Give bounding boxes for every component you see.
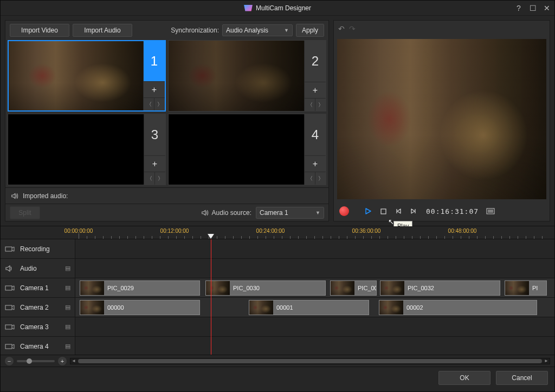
time-ruler[interactable]: 00:00:00:0000:12:00:0000:24:00:0000:36:0… [1,226,554,239]
ruler-label: 00:48:00:00 [448,228,477,234]
clip-label: PIC_0029 [104,285,137,291]
camera-number-1[interactable]: 1 [143,41,165,81]
ok-button[interactable]: OK [438,371,491,385]
close-button[interactable]: ✕ [543,4,551,12]
maximize-button[interactable]: ☐ [528,4,537,12]
split-button[interactable]: Split [10,206,40,219]
clip[interactable]: PIC_0032 [380,280,500,296]
undo-button[interactable]: ↶ [338,24,345,33]
track-label-recording: Recording [20,245,70,253]
camera-1-add-button[interactable]: + [143,81,165,97]
speaker-icon [201,209,209,217]
camera-3-next-button[interactable]: 〉 [155,172,165,185]
synchronization-dropdown[interactable]: Audio Analysis ▼ [222,24,293,36]
clip-label: PIC_0032 [404,285,437,291]
zoom-slider[interactable] [17,360,55,362]
track-lane-audio[interactable] [75,259,554,278]
next-frame-button[interactable] [409,208,418,214]
camera-1-prev-button[interactable]: 〈 [144,98,154,110]
ruler-label: 00:24:00:00 [256,228,285,234]
redo-button[interactable]: ↷ [349,24,356,33]
clip[interactable]: 00000 [80,300,200,315]
app-icon [244,5,253,11]
prev-frame-button[interactable] [393,208,403,214]
timecode-display: 00:16:31:07 [426,207,479,215]
camera-2-prev-button[interactable]: 〈 [305,99,315,111]
clip[interactable]: 00002 [379,300,537,315]
camera-cell-1[interactable]: 1 + 〈 〉 [8,40,166,112]
audio-source-dropdown[interactable]: Camera 1 ▼ [256,207,324,219]
clip-label: PIC_0030 [230,285,263,291]
camera-4-next-button[interactable]: 〉 [315,172,326,185]
camera-3-add-button[interactable]: + [144,155,165,172]
cancel-button[interactable]: Cancel [496,371,548,385]
track-options-camera-4[interactable]: ▤ [65,343,70,350]
clip[interactable]: PIC_00 [330,280,377,296]
caret-down-icon: ▼ [284,28,289,33]
zoom-in-button[interactable]: + [58,357,67,365]
scroll-left-button[interactable]: ◄ [70,358,77,364]
title-bar: MultiCam Designer ? ☐ ✕ [1,1,554,16]
preview-panel: ↶ ↷ ↖ Play 00:16:31:07 [333,20,550,221]
camera-number-4[interactable]: 4 [304,114,326,155]
svg-rect-5 [5,247,12,251]
play-button[interactable]: ↖ Play [363,208,373,214]
record-button[interactable] [339,206,349,216]
clip-thumbnail [331,281,354,295]
camera-cell-2[interactable]: 2 + 〈 〉 [168,40,326,112]
clip-label: 00002 [403,304,427,311]
playhead-marker[interactable] [208,234,214,239]
stop-button[interactable] [378,208,388,214]
track-options-camera-1[interactable]: ▤ [65,284,70,291]
clip-label: PIC_00 [354,285,377,291]
camera-4-prev-button[interactable]: 〈 [305,172,315,185]
svg-rect-8 [5,325,12,329]
svg-rect-6 [5,286,12,290]
track-lane-camera-1[interactable]: PIC_0029PIC_0030PIC_00PIC_0032PI [75,278,554,297]
track-options-audio[interactable]: ▤ [65,265,70,272]
track-lane-recording[interactable] [75,239,554,258]
clip-thumbnail [379,300,403,315]
zoom-out-button[interactable]: − [5,357,14,365]
camera-2-next-button[interactable]: 〉 [315,99,326,111]
synchronization-label: Synchronization: [171,27,219,34]
camera-3-prev-button[interactable]: 〈 [144,172,155,185]
track-lane-camera-2[interactable]: 000000000100002 [75,298,554,317]
timeline-scrollbar[interactable]: ◄ ► [70,358,550,364]
camera-number-3[interactable]: 3 [144,114,165,155]
preview-monitor [337,39,546,199]
clip-label: PI [529,285,541,291]
clip-thumbnail [380,281,404,295]
timeline-panel: 00:00:00:0000:12:00:0000:24:00:0000:36:0… [1,226,554,367]
apply-button[interactable]: Apply [296,24,324,37]
help-button[interactable]: ? [514,4,523,12]
scrollbar-thumb[interactable] [78,359,542,363]
camera-2-add-button[interactable]: + [304,82,326,98]
import-audio-button[interactable]: Import Audio [73,24,132,37]
track-label-camera-2: Camera 2 [20,304,61,311]
track-label-camera-3: Camera 3 [20,323,61,331]
track-lane-camera-3[interactable] [75,317,554,336]
track-options-camera-3[interactable]: ▤ [65,323,70,330]
clip[interactable]: PIC_0029 [80,280,200,296]
camera-1-next-button[interactable]: 〉 [154,98,165,110]
source-panel: Import Video Import Audio Synchronizatio… [5,20,329,221]
clip[interactable]: 00001 [249,300,369,315]
camera-4-add-button[interactable]: + [304,155,326,172]
camera-cell-4[interactable]: 4 + 〈 〉 [168,114,326,185]
scroll-right-button[interactable]: ► [543,358,550,364]
caret-down-icon: ▼ [315,210,320,215]
import-video-button[interactable]: Import Video [10,24,69,37]
svg-rect-0 [381,209,386,214]
track-options-camera-2[interactable]: ▤ [65,304,70,311]
track-lane-camera-4[interactable] [75,337,554,355]
camera-number-2[interactable]: 2 [304,41,326,82]
track-label-camera-4: Camera 4 [20,343,61,350]
clip-thumbnail [80,281,104,295]
clip[interactable]: PIC_0030 [205,280,326,296]
clip[interactable]: PI [505,280,547,296]
timecode-options-button[interactable] [486,208,495,214]
clip-thumbnail [206,281,230,295]
camera-track-icon [5,343,16,350]
camera-cell-3[interactable]: 3 + 〈 〉 [8,114,166,185]
